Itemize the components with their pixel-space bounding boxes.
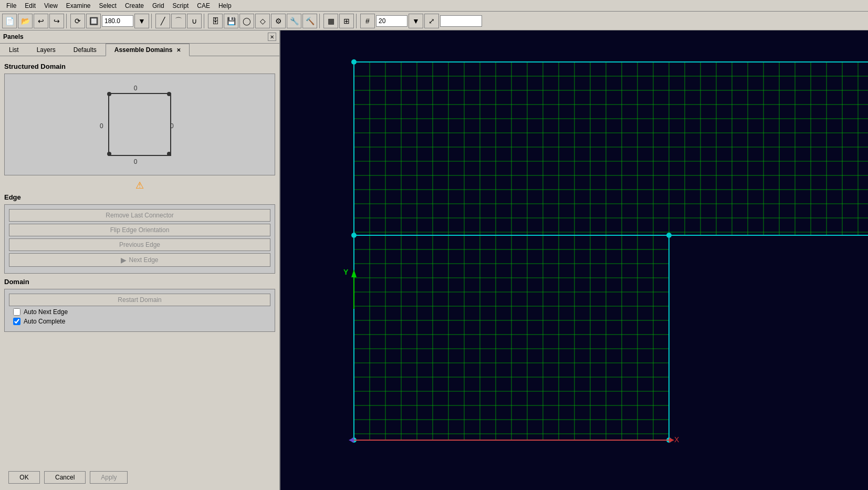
svg-point-98 (351, 59, 357, 65)
menu-help[interactable]: Help (214, 1, 236, 11)
separator-5 (356, 14, 358, 28)
toolbar-conic[interactable]: ∪ (187, 14, 202, 28)
separator-1 (66, 14, 68, 28)
toolbar-undo[interactable]: ↩ (34, 14, 48, 28)
restart-domain-button[interactable]: Restart Domain (9, 294, 270, 306)
toolbar-curve[interactable]: ⌒ (171, 14, 186, 28)
edge-label: Edge (4, 193, 275, 201)
menubar: File Edit View Examine Select Create Gri… (0, 0, 868, 12)
panels-title: Panels (3, 33, 24, 40)
toolbar-diamond[interactable]: ◇ (255, 14, 270, 28)
auto-next-edge-row: Auto Next Edge (9, 308, 270, 316)
menu-create[interactable]: Create (121, 1, 148, 11)
domain-diagram-container: 0 0 0 0 (4, 74, 275, 175)
tab-assemble-domains[interactable]: Assemble Domains ✕ (106, 44, 190, 56)
auto-complete-row: Auto Complete (9, 318, 270, 325)
toolbar-redo[interactable]: ↪ (49, 14, 64, 28)
menu-script[interactable]: Script (169, 1, 193, 11)
toolbar: 📄 📂 ↩ ↪ ⟳ 🔲 ▼ ╱ ⌒ ∪ 🗄 💾 ◯ ◇ ⚙ 🔧 🔨 ▦ ⊞ # … (0, 12, 868, 30)
menu-file[interactable]: File (2, 1, 20, 11)
panels-close-button[interactable]: ✕ (268, 33, 276, 41)
auto-complete-checkbox[interactable] (13, 318, 20, 325)
separator-2 (151, 14, 153, 28)
tab-layers[interactable]: Layers (28, 44, 65, 56)
svg-rect-0 (280, 30, 868, 490)
tab-close-icon[interactable]: ✕ (176, 47, 181, 53)
edge-section: Remove Last Connector Flip Edge Orientat… (4, 204, 275, 274)
menu-cae[interactable]: CAE (193, 1, 214, 11)
corner-top-right (167, 92, 171, 96)
toolbar-hash[interactable]: # (360, 14, 375, 28)
domain-label-top: 0 (134, 85, 138, 92)
svg-point-100 (351, 233, 357, 238)
snap-input[interactable] (376, 15, 407, 27)
next-edge-button[interactable]: ▶ Next Edge (9, 253, 270, 267)
tab-defaults[interactable]: Defaults (65, 44, 106, 56)
bottom-buttons: OK Cancel Apply (0, 465, 279, 490)
expand-input[interactable] (440, 15, 482, 27)
toolbar-line[interactable]: ╱ (155, 14, 170, 28)
ok-button[interactable]: OK (8, 471, 40, 484)
corner-top-left (107, 92, 111, 96)
toolbar-expand[interactable]: ⤢ (424, 14, 439, 28)
panel-content: Structured Domain 0 0 0 0 ⚠ (0, 56, 279, 465)
toolbar-tool3[interactable]: 🔨 (302, 14, 317, 28)
corner-bottom-right (167, 152, 171, 156)
auto-complete-label: Auto Complete (24, 318, 65, 325)
menu-select[interactable]: Select (95, 1, 121, 11)
svg-text:X: X (674, 435, 679, 444)
toolbar-snap[interactable]: 🔲 (86, 14, 101, 28)
main-layout: Panels ✕ List Layers Defaults Assemble D… (0, 30, 868, 490)
viewport[interactable]: Y X (280, 30, 868, 490)
menu-grid[interactable]: Grid (148, 1, 169, 11)
toolbar-open[interactable]: 📂 (18, 14, 33, 28)
toolbar-snap-dropdown[interactable]: ▼ (409, 14, 423, 28)
left-panel: Panels ✕ List Layers Defaults Assemble D… (0, 30, 280, 490)
warning-icon: ⚠ (4, 180, 275, 191)
toolbar-circle[interactable]: ◯ (239, 14, 254, 28)
remove-last-connector-button[interactable]: Remove Last Connector (9, 209, 270, 222)
previous-edge-button[interactable]: Previous Edge (9, 238, 270, 251)
toolbar-db2[interactable]: 💾 (224, 14, 238, 28)
menu-edit[interactable]: Edit (20, 1, 40, 11)
apply-button[interactable]: Apply (90, 471, 128, 484)
toolbar-database[interactable]: 🗄 (208, 14, 223, 28)
flip-edge-orientation-button[interactable]: Flip Edge Orientation (9, 224, 270, 236)
domain-label-left: 0 (100, 122, 103, 130)
angle-input[interactable] (102, 15, 133, 27)
panels-header: Panels ✕ (0, 30, 279, 44)
toolbar-grid1[interactable]: ▦ (323, 14, 338, 28)
toolbar-gear[interactable]: ⚙ (271, 14, 286, 28)
menu-view[interactable]: View (40, 1, 62, 11)
auto-next-edge-label: Auto Next Edge (24, 308, 68, 316)
domain-label: Domain (4, 278, 275, 286)
domain-section: Restart Domain Auto Next Edge Auto Compl… (4, 289, 275, 332)
auto-next-edge-checkbox[interactable] (13, 308, 20, 316)
tabs-bar: List Layers Defaults Assemble Domains ✕ (0, 44, 279, 56)
domain-label-bottom: 0 (134, 158, 138, 165)
cancel-button[interactable]: Cancel (44, 471, 86, 484)
domain-diagram: 0 0 0 0 (98, 82, 182, 166)
next-edge-icon: ▶ (121, 256, 127, 264)
structured-domain-label: Structured Domain (4, 62, 275, 70)
toolbar-transform[interactable]: ⟳ (70, 14, 85, 28)
domain-label-right: 0 (170, 122, 174, 130)
separator-4 (319, 14, 321, 28)
menu-examine[interactable]: Examine (62, 1, 95, 11)
separator-3 (204, 14, 206, 28)
toolbar-angle-dropdown[interactable]: ▼ (134, 14, 149, 28)
toolbar-grid2[interactable]: ⊞ (339, 14, 354, 28)
toolbar-tool2[interactable]: 🔧 (287, 14, 301, 28)
domain-rect (108, 93, 171, 156)
toolbar-new[interactable]: 📄 (2, 14, 17, 28)
corner-bottom-left (107, 152, 111, 156)
grid-svg: Y X (280, 30, 868, 490)
tab-list[interactable]: List (0, 44, 28, 56)
svg-text:Y: Y (343, 268, 349, 276)
svg-point-103 (666, 233, 672, 238)
